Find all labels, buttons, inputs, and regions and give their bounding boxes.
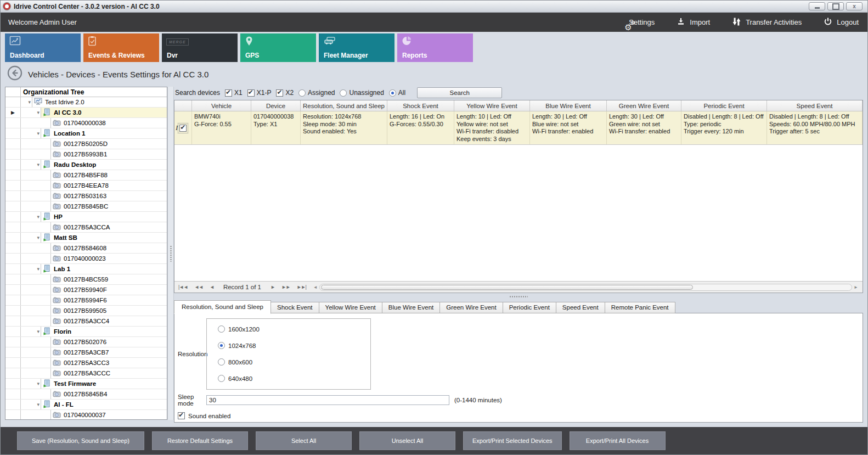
tree-item-00127b5845bc[interactable]: 00127B5845BC bbox=[5, 201, 167, 212]
radio-icon[interactable] bbox=[218, 375, 225, 382]
checkbox-icon[interactable] bbox=[178, 412, 185, 419]
tree-item-00127b503163[interactable]: 00127B503163 bbox=[5, 191, 167, 201]
search-button[interactable]: Search bbox=[417, 87, 502, 98]
tab-shock-event[interactable]: Shock Event bbox=[270, 302, 319, 313]
radio-icon[interactable] bbox=[218, 358, 225, 366]
filter-checkbox-x1[interactable]: X1 bbox=[225, 89, 243, 97]
column-header-speed-event[interactable]: Speed Event bbox=[767, 100, 863, 111]
tree-item-test-idrive-2-0[interactable]: ▾Test Idrive 2.0 bbox=[5, 97, 167, 108]
tab-periodic-event[interactable]: Periodic Event bbox=[503, 302, 556, 313]
expand-collapse-icon[interactable]: ▾ bbox=[37, 235, 40, 240]
tree-item-radu-desktop[interactable]: ▾Radu Desktop bbox=[5, 160, 167, 170]
column-header-device[interactable]: Device bbox=[251, 100, 301, 111]
expand-collapse-icon[interactable]: ▾ bbox=[37, 329, 40, 334]
filter-radio-unassigned[interactable]: Unassigned bbox=[340, 89, 384, 97]
sleep-mode-input[interactable] bbox=[206, 395, 449, 405]
grid-horizontal-scrollbar[interactable]: ◄ ► bbox=[313, 283, 858, 291]
tree-item-00127b4bc559[interactable]: 00127B4BC559 bbox=[5, 274, 167, 285]
tree-item-00127b5845b4[interactable]: 00127B5845B4 bbox=[5, 389, 167, 400]
tree-item-00127b4eea78[interactable]: 00127B4EEA78 bbox=[5, 181, 167, 191]
tree-item-017040000037[interactable]: 017040000037 bbox=[5, 410, 167, 420]
checkbox-icon[interactable] bbox=[225, 89, 232, 97]
expand-collapse-icon[interactable]: ▾ bbox=[37, 110, 40, 115]
radio-icon[interactable] bbox=[340, 89, 347, 97]
tree-item-00127b599505[interactable]: 00127B599505 bbox=[5, 306, 167, 316]
last-record-icon[interactable]: ►►| bbox=[295, 284, 308, 290]
tree-item-00127b5993b1[interactable]: 00127B5993B1 bbox=[5, 149, 167, 160]
expand-collapse-icon[interactable]: ▾ bbox=[37, 266, 40, 272]
scroll-right-icon[interactable]: ► bbox=[854, 285, 858, 290]
tree-item-location-1[interactable]: ▾Location 1 bbox=[5, 128, 167, 139]
maximize-icon[interactable] bbox=[827, 2, 844, 10]
tree-item-matt-sb[interactable]: ▾Matt SB bbox=[5, 233, 167, 243]
unselect-all-button[interactable]: Unselect All bbox=[359, 431, 455, 450]
checkbox-icon[interactable] bbox=[276, 89, 283, 97]
expand-collapse-icon[interactable]: ▾ bbox=[37, 162, 40, 167]
tile-events-reviews[interactable]: Events & Reviews bbox=[83, 33, 159, 62]
tree-item-00127b502076[interactable]: 00127B502076 bbox=[5, 337, 167, 347]
next-page-icon[interactable]: ►► bbox=[280, 284, 292, 290]
tree-item-00127b50205d[interactable]: 00127B50205D bbox=[5, 139, 167, 149]
radio-icon[interactable] bbox=[218, 325, 225, 333]
logout-button[interactable]: Logout bbox=[824, 17, 859, 27]
tab-resolution-sound-and-sleep[interactable]: Resolution, Sound and Sleep bbox=[174, 300, 271, 314]
column-header-vehicle[interactable]: Vehicle bbox=[192, 100, 251, 111]
prev-record-icon[interactable]: ◄ bbox=[208, 284, 216, 290]
tree-item-00127b5994f6[interactable]: 00127B5994F6 bbox=[5, 295, 167, 306]
first-record-icon[interactable]: |◄◄ bbox=[177, 284, 189, 290]
radio-icon[interactable] bbox=[389, 89, 396, 97]
restore-default-settings-button[interactable]: Restore Default Settings bbox=[152, 431, 248, 450]
expand-collapse-icon[interactable]: ▾ bbox=[37, 131, 40, 136]
row-checkbox[interactable] bbox=[179, 125, 187, 132]
import-button[interactable]: Import bbox=[677, 17, 710, 27]
radio-icon[interactable] bbox=[298, 89, 306, 97]
tile-dashboard[interactable]: Dashboard bbox=[5, 33, 81, 62]
tree-item-al-cc-3-0[interactable]: ▶▾Al CC 3.0 bbox=[5, 108, 167, 118]
column-header-resolution-sound-and-sleep[interactable]: Resolution, Sound and Sleep bbox=[301, 100, 387, 111]
tree-item-00127b5a3cc4[interactable]: 00127B5A3CC4 bbox=[5, 316, 167, 327]
scrollbar-thumb[interactable] bbox=[321, 285, 694, 290]
resolution-radio-1024x768[interactable]: 1024x768 bbox=[218, 342, 370, 349]
tree-item-00127b5a3ccc[interactable]: 00127B5A3CCC bbox=[5, 368, 167, 379]
export-print-selected-devices-button[interactable]: Export/Print Selected Devices bbox=[463, 431, 562, 450]
transfer-activities-button[interactable]: Transfer Activities bbox=[732, 17, 802, 28]
filter-checkbox-x1-p[interactable]: X1-P bbox=[247, 89, 272, 97]
back-icon[interactable] bbox=[7, 65, 22, 83]
column-header-yellow-wire-event[interactable]: Yellow Wire Event bbox=[454, 100, 530, 111]
export-print-all-devices-button[interactable]: Export/Print All Devices bbox=[570, 431, 666, 450]
tree-item-00127b59940f[interactable]: 00127B59940F bbox=[5, 285, 167, 295]
expand-collapse-icon[interactable]: ▾ bbox=[37, 381, 40, 386]
tab-yellow-wire-event[interactable]: Yellow Wire Event bbox=[319, 302, 382, 313]
tree-item-017040000038[interactable]: 017040000038 bbox=[5, 118, 167, 128]
tree-item-00127b4b5f88[interactable]: 00127B4B5F88 bbox=[5, 170, 167, 181]
tree-item-florin[interactable]: ▾Florin bbox=[5, 327, 167, 337]
filter-checkbox-x2[interactable]: X2 bbox=[276, 89, 294, 97]
tree-item-00127b5a3cc3[interactable]: 00127B5A3CC3 bbox=[5, 358, 167, 368]
next-record-icon[interactable]: ► bbox=[269, 284, 277, 290]
column-header-periodic-event[interactable]: Periodic Event bbox=[681, 100, 767, 111]
tile-gps[interactable]: GPS bbox=[240, 33, 316, 62]
expand-collapse-icon[interactable]: ▾ bbox=[28, 99, 31, 105]
close-icon[interactable] bbox=[846, 2, 863, 10]
tree-item-017040000023[interactable]: 017040000023 bbox=[5, 254, 167, 264]
column-header-shock-event[interactable]: Shock Event bbox=[387, 100, 454, 111]
tile-fleet-manager[interactable]: Fleet Manager bbox=[319, 33, 394, 62]
vertical-splitter[interactable] bbox=[167, 87, 174, 420]
checkbox-icon[interactable] bbox=[247, 89, 255, 97]
tab-green-wire-event[interactable]: Green Wire Event bbox=[439, 302, 503, 313]
tab-remote-panic-event[interactable]: Remote Panic Event bbox=[605, 302, 675, 313]
save-resolution-sound-and-sleep--button[interactable]: Save (Resolution, Sound and Sleep) bbox=[17, 431, 144, 450]
tree-item-hp[interactable]: ▾HP bbox=[5, 212, 167, 222]
tile-reports[interactable]: Reports bbox=[397, 33, 473, 62]
minimize-icon[interactable] bbox=[809, 2, 825, 10]
tree-item-00127b5a3cca[interactable]: 00127B5A3CCA bbox=[5, 222, 167, 233]
column-header-blue-wire-event[interactable]: Blue Wire Event bbox=[530, 100, 607, 111]
column-header-green-wire-event[interactable]: Green Wire Event bbox=[607, 100, 681, 111]
expand-collapse-icon[interactable]: ▾ bbox=[37, 214, 40, 220]
tab-speed-event[interactable]: Speed Event bbox=[556, 302, 605, 313]
tree-item-00127b5a3cb7[interactable]: 00127B5A3CB7 bbox=[5, 347, 167, 358]
tree-item-00127b584608[interactable]: 00127B584608 bbox=[5, 243, 167, 254]
tab-blue-wire-event[interactable]: Blue Wire Event bbox=[382, 302, 440, 313]
tile-dvr[interactable]: MERGEDvr bbox=[162, 33, 238, 62]
horizontal-splitter[interactable] bbox=[174, 293, 863, 300]
